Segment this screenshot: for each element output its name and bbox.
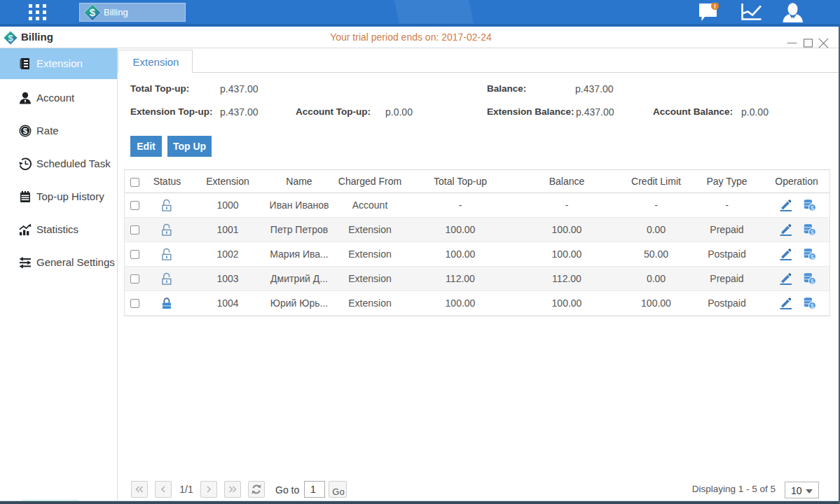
svg-text:$: $: [23, 127, 28, 135]
svg-text:$: $: [811, 204, 815, 211]
svg-text:$: $: [811, 277, 815, 285]
svg-text:$: $: [811, 253, 815, 260]
svg-text:$: $: [811, 228, 815, 236]
svg-text:$: $: [811, 302, 815, 309]
svg-text:$: $: [90, 6, 96, 18]
svg-text:!: !: [714, 3, 716, 10]
